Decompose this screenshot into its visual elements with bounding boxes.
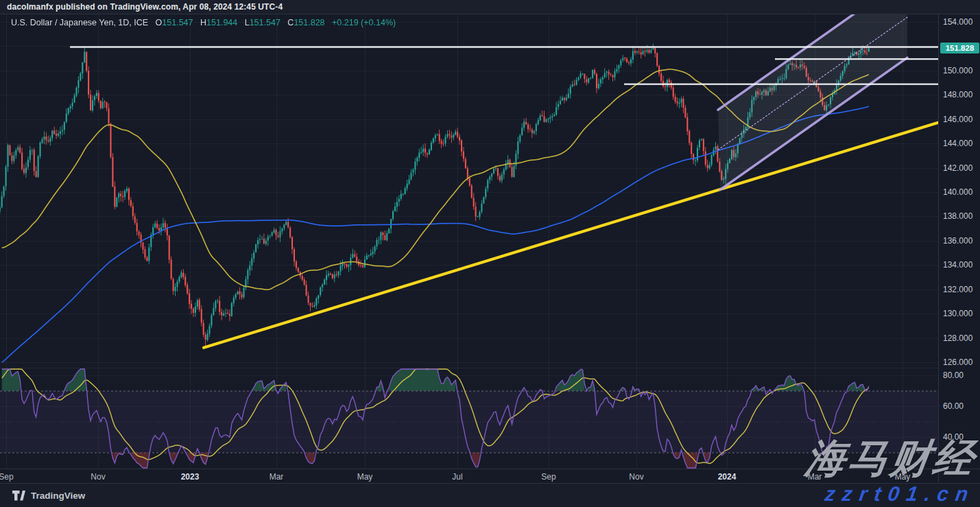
- time-axis[interactable]: SepNov2023MarMayJulSepNov2024MarMay: [0, 469, 980, 483]
- price-tick-label: 144.000: [943, 139, 972, 148]
- time-tick-label: Mar: [256, 472, 297, 482]
- price-tick-label: 126.000: [943, 357, 972, 367]
- price-tick-label: 140.000: [943, 187, 972, 197]
- time-tick-label: May: [882, 472, 923, 482]
- price-tick-label: 134.000: [943, 260, 972, 270]
- rsi-tick-label: 60.00: [943, 401, 964, 411]
- time-tick-label: Nov: [77, 472, 119, 482]
- price-axis[interactable]: 151.828 154.000150.000148.000146.000144.…: [938, 14, 980, 482]
- price-tick-label: 138.000: [943, 211, 972, 221]
- price-tick-label: 148.000: [943, 90, 972, 99]
- price-tick-label: 146.000: [943, 115, 972, 124]
- last-price-badge: 151.828: [940, 43, 979, 54]
- publish-bar: dacolmanfx published on TradingView.com,…: [0, 0, 980, 14]
- chart-canvas[interactable]: [0, 14, 938, 469]
- time-tick-label: 2023: [169, 472, 211, 482]
- time-tick-label: Sep: [528, 472, 569, 482]
- time-tick-label: Sep: [0, 472, 27, 482]
- time-tick-label: May: [344, 472, 385, 482]
- price-tick-label: 128.000: [943, 333, 972, 343]
- price-tick-label: 154.000: [943, 17, 972, 27]
- time-tick-label: Mar: [794, 472, 835, 482]
- price-tick-label: 136.000: [943, 236, 972, 246]
- tradingview-attribution-link[interactable]: TradingView: [12, 491, 85, 501]
- price-tick-label: 130.000: [943, 309, 972, 318]
- tradingview-logo-icon: [12, 491, 25, 501]
- price-tick-label: 150.000: [943, 66, 972, 75]
- time-tick-label: Nov: [616, 472, 657, 482]
- rsi-tick-label: 40.00: [943, 432, 964, 442]
- price-tick-label: 132.000: [943, 285, 972, 294]
- time-tick-label: Jul: [437, 472, 478, 482]
- time-tick-label: 2024: [706, 472, 748, 482]
- rsi-tick-label: 80.00: [943, 370, 964, 380]
- publish-attribution: dacolmanfx published on TradingView.com,…: [7, 2, 283, 12]
- price-tick-label: 142.000: [943, 163, 972, 173]
- tradingview-logo-text: TradingView: [31, 491, 85, 501]
- footer-bar: TradingView: [0, 483, 980, 507]
